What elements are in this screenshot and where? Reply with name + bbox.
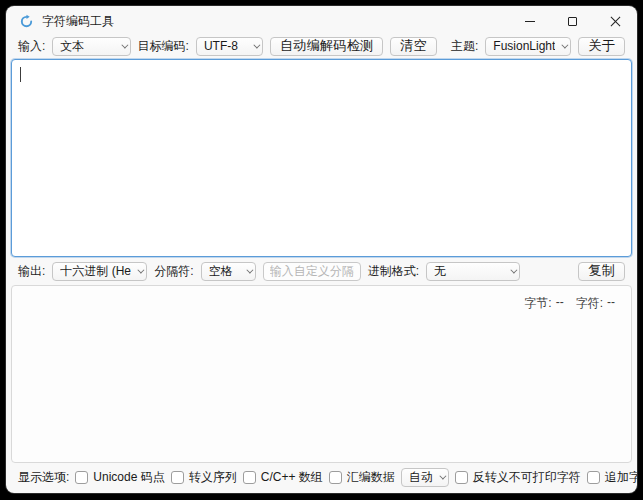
app-window: 字符编码工具 输入: 文本 目标编码: UTF-8 自动编解码检测 清空 主题:… bbox=[6, 6, 637, 493]
base-format-select[interactable]: 无 bbox=[426, 262, 520, 281]
about-button[interactable]: 关于 bbox=[578, 37, 625, 56]
checkbox-label: 汇编数据 bbox=[347, 469, 395, 486]
bytes-value: -- bbox=[556, 295, 564, 312]
base-format-label: 进制格式: bbox=[368, 263, 419, 280]
assembly-format-select[interactable]: 自动 bbox=[401, 468, 449, 487]
checkbox-label: 转义序列 bbox=[189, 469, 237, 486]
chevron-down-icon bbox=[562, 41, 569, 48]
maximize-icon bbox=[568, 17, 577, 26]
checkbox-assembly-data[interactable] bbox=[329, 471, 342, 484]
checkbox-c-array[interactable] bbox=[243, 471, 256, 484]
text-cursor bbox=[20, 67, 21, 82]
input-textarea[interactable] bbox=[11, 59, 632, 257]
chevron-down-icon bbox=[121, 41, 128, 48]
window-title: 字符编码工具 bbox=[42, 13, 114, 30]
chars-value: -- bbox=[607, 295, 615, 312]
close-icon bbox=[610, 16, 621, 27]
minimize-button[interactable] bbox=[508, 6, 551, 36]
display-options-toolbar: 显示选项: Unicode 码点 转义序列 C/C++ 数组 汇编数据 自动 反… bbox=[6, 463, 637, 493]
chevron-down-icon bbox=[510, 266, 517, 273]
output-toolbar: 输出: 十六进制 (Hex) 分隔符: 空格 进制格式: 无 复制 bbox=[6, 259, 637, 283]
checkbox-unescape-nonprintable[interactable] bbox=[455, 471, 468, 484]
maximize-button[interactable] bbox=[551, 6, 594, 36]
checkbox-escape-sequence[interactable] bbox=[171, 471, 184, 484]
display-options-label: 显示选项: bbox=[18, 469, 69, 486]
byte-char-stats: 字节: -- 字符: -- bbox=[524, 295, 615, 312]
checkbox-group-append-nul[interactable]: 追加字符串结尾 NUL bbox=[587, 469, 637, 486]
checkbox-group-unescape-nonprintable[interactable]: 反转义不可打印字符 bbox=[455, 469, 581, 486]
checkbox-label: 反转义不可打印字符 bbox=[473, 469, 581, 486]
chevron-down-icon bbox=[253, 41, 260, 48]
chevron-down-icon bbox=[246, 266, 253, 273]
output-label: 输出: bbox=[18, 263, 45, 280]
copy-button[interactable]: 复制 bbox=[578, 262, 625, 281]
chevron-down-icon bbox=[439, 472, 446, 479]
minimize-icon bbox=[525, 21, 535, 22]
input-type-select[interactable]: 文本 bbox=[52, 37, 130, 56]
checkbox-label: C/C++ 数组 bbox=[261, 469, 323, 486]
title-bar[interactable]: 字符编码工具 bbox=[6, 6, 637, 36]
target-encoding-label: 目标编码: bbox=[138, 38, 189, 55]
input-label: 输入: bbox=[18, 38, 45, 55]
output-textarea[interactable]: 字节: -- 字符: -- bbox=[11, 285, 632, 463]
theme-select[interactable]: FusionLight bbox=[485, 37, 571, 56]
close-button[interactable] bbox=[594, 6, 637, 36]
chars-label: 字符: bbox=[576, 295, 603, 312]
checkbox-label: 追加字符串结尾 NUL bbox=[605, 469, 637, 486]
separator-select[interactable]: 空格 bbox=[201, 262, 256, 281]
app-logo-icon bbox=[19, 14, 34, 29]
output-format-select[interactable]: 十六进制 (Hex) bbox=[52, 262, 147, 281]
checkbox-group-assembly-data[interactable]: 汇编数据 bbox=[329, 469, 395, 486]
checkbox-group-escape-sequence[interactable]: 转义序列 bbox=[171, 469, 237, 486]
theme-label: 主题: bbox=[451, 38, 478, 55]
chevron-down-icon bbox=[138, 266, 145, 273]
separator-label: 分隔符: bbox=[154, 263, 193, 280]
top-toolbar: 输入: 文本 目标编码: UTF-8 自动编解码检测 清空 主题: Fusion… bbox=[6, 36, 637, 56]
stats-spacer bbox=[568, 295, 572, 312]
checkbox-label: Unicode 码点 bbox=[93, 469, 164, 486]
target-encoding-select[interactable]: UTF-8 bbox=[196, 37, 263, 56]
checkbox-group-unicode-codepoints[interactable]: Unicode 码点 bbox=[75, 469, 164, 486]
bytes-label: 字节: bbox=[524, 295, 551, 312]
auto-detect-button[interactable]: 自动编解码检测 bbox=[270, 37, 383, 56]
checkbox-unicode-codepoints[interactable] bbox=[75, 471, 88, 484]
checkbox-group-c-array[interactable]: C/C++ 数组 bbox=[243, 469, 323, 486]
checkbox-append-nul[interactable] bbox=[587, 471, 600, 484]
clear-button[interactable]: 清空 bbox=[390, 37, 437, 56]
custom-separator-input[interactable] bbox=[263, 262, 361, 281]
